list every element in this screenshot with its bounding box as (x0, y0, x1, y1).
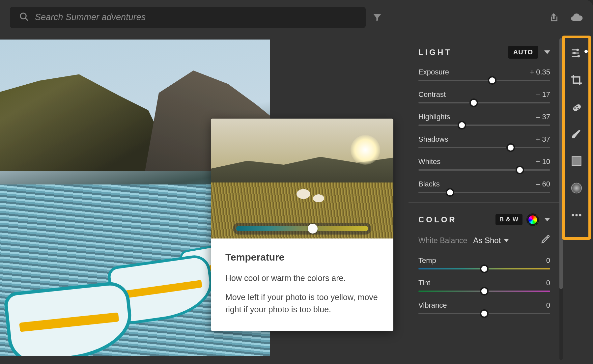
blacks-slider-row: Blacks– 60 (418, 180, 550, 193)
contrast-slider-track[interactable] (418, 102, 550, 103)
tooltip-preview-image (211, 119, 393, 238)
light-panel-header[interactable]: LIGHT AUTO (418, 46, 550, 59)
temp-slider-thumb[interactable] (480, 265, 489, 273)
vibrance-slider-thumb[interactable] (480, 309, 489, 318)
contrast-slider-label: Contrast (418, 90, 446, 99)
exposure-slider-row: Exposure+ 0.35 (418, 68, 550, 81)
tint-slider-label: Tint (418, 279, 430, 287)
shadows-slider-track[interactable] (418, 147, 550, 148)
vibrance-slider-track[interactable] (418, 313, 550, 314)
exposure-slider-label: Exposure (418, 68, 449, 76)
app-window: Temperature How cool or warm the colors … (0, 0, 593, 364)
eyedropper-icon[interactable] (540, 235, 550, 246)
color-panel-title: COLOR (418, 215, 495, 224)
search-icon (19, 12, 29, 23)
temp-slider-value: 0 (546, 256, 550, 265)
auto-button[interactable]: AUTO (508, 46, 538, 59)
light-panel-title: LIGHT (418, 48, 508, 57)
color-mixer-icon[interactable] (527, 214, 538, 225)
highlights-slider-row: Highlights– 37 (418, 113, 550, 126)
whites-slider-row: Whites+ 10 (418, 157, 550, 171)
white-balance-label: White Balance (418, 236, 467, 245)
edit-panel: LIGHT AUTO Exposure+ 0.35Contrast– 17Hig… (409, 35, 560, 364)
contrast-slider-thumb[interactable] (469, 98, 478, 107)
chevron-down-icon[interactable] (544, 50, 550, 54)
exposure-slider-track[interactable] (418, 80, 550, 81)
vibrance-slider-row: Vibrance0 (418, 301, 550, 314)
tint-slider-value: 0 (546, 279, 550, 287)
search-input[interactable] (35, 12, 356, 22)
share-icon[interactable] (548, 11, 561, 24)
contrast-slider-row: Contrast– 17 (418, 90, 550, 103)
tooltip-slider-thumb[interactable] (308, 224, 318, 234)
vibrance-slider-value: 0 (546, 301, 550, 310)
exposure-slider-thumb[interactable] (488, 76, 496, 85)
white-balance-dropdown[interactable]: As Shot (473, 236, 509, 245)
cloud-sync-icon[interactable] (570, 11, 583, 24)
exposure-slider-value: + 0.35 (530, 68, 550, 76)
temp-slider-track[interactable] (418, 268, 550, 269)
shadows-slider-value: + 37 (536, 135, 550, 144)
blacks-slider-track[interactable] (418, 192, 550, 193)
shadows-slider-row: Shadows+ 37 (418, 135, 550, 148)
svg-point-0 (20, 13, 26, 19)
tooltip-temperature-slider[interactable] (236, 226, 368, 231)
caret-down-icon (504, 239, 509, 242)
whites-slider-track[interactable] (418, 169, 550, 171)
whites-slider-label: Whites (418, 157, 440, 166)
tooltip-line-2: Move left if your photo is too yellow, m… (225, 291, 379, 315)
top-bar (0, 0, 593, 35)
highlights-slider-track[interactable] (418, 125, 550, 126)
white-balance-value: As Shot (473, 236, 501, 245)
temp-slider-label: Temp (418, 256, 436, 265)
chevron-down-icon[interactable] (544, 218, 550, 221)
bw-toggle[interactable]: B & W (495, 214, 522, 225)
svg-line-1 (25, 18, 28, 20)
contrast-slider-value: – 17 (536, 90, 550, 99)
highlights-slider-label: Highlights (418, 113, 450, 121)
temp-slider-row: Temp0 (418, 256, 550, 269)
shadows-slider-label: Shadows (418, 135, 448, 144)
tint-slider-thumb[interactable] (480, 287, 489, 295)
tooltip-card: Temperature How cool or warm the colors … (211, 119, 393, 331)
tooltip-title: Temperature (225, 252, 379, 263)
toolbar-highlight-box (562, 36, 591, 240)
whites-slider-value: + 10 (536, 157, 550, 166)
tint-slider-track[interactable] (418, 291, 550, 292)
shadows-slider-thumb[interactable] (506, 143, 515, 152)
whites-slider-thumb[interactable] (516, 166, 524, 174)
tooltip-line-1: How cool or warm the colors are. (225, 272, 379, 284)
tint-slider-row: Tint0 (418, 279, 550, 292)
blacks-slider-label: Blacks (418, 180, 440, 188)
blacks-slider-thumb[interactable] (446, 188, 454, 197)
search-field-wrap (10, 7, 366, 28)
highlights-slider-thumb[interactable] (458, 121, 466, 129)
filter-button[interactable] (372, 12, 383, 23)
vibrance-slider-label: Vibrance (418, 301, 447, 310)
color-panel-header[interactable]: COLOR B & W (418, 214, 550, 225)
panel-divider (409, 202, 560, 203)
blacks-slider-value: – 60 (536, 180, 550, 188)
highlights-slider-value: – 37 (536, 113, 550, 121)
